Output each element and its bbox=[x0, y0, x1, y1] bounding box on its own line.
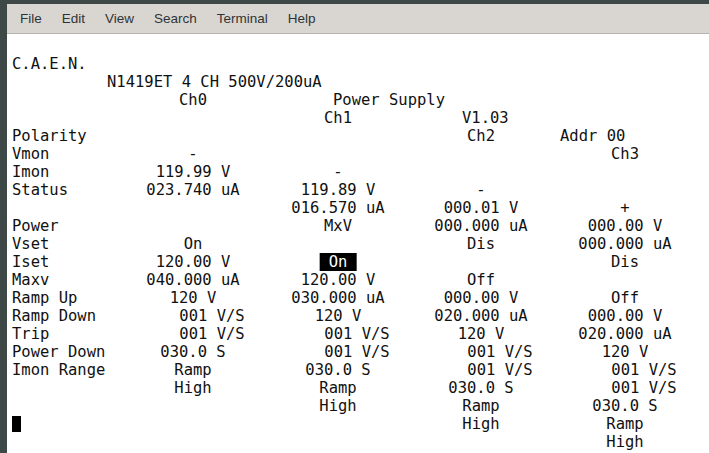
window-frame-left bbox=[0, 0, 7, 453]
row-trip: Trip 030.0 S 030.0 S 030.0 S 030.0 S bbox=[7, 307, 709, 325]
menu-search[interactable]: Search bbox=[154, 11, 197, 26]
footer-menu: Group Mode Reset Alarm Quit bbox=[7, 415, 709, 433]
row-maxv: Maxv 120 V 120 V 120 V 120 V bbox=[7, 253, 709, 271]
terminal-window: File Edit View Search Terminal Help C.A.… bbox=[0, 0, 709, 453]
row-iset: Iset 040.000 uA 030.000 uA 020.000 uA 02… bbox=[7, 235, 709, 253]
polarity-ch2: - bbox=[476, 181, 485, 199]
row-vset: Vset 120.00 V 120.00 V 000.00 V 000.00 V bbox=[7, 217, 709, 235]
terminal-content[interactable]: C.A.E.N. N1419ET 4 CH 500V/200uA Power S… bbox=[7, 34, 709, 453]
power-down-ch0: Ramp bbox=[174, 361, 211, 379]
imon-ch0: 023.740 uA bbox=[146, 181, 239, 199]
menu-file[interactable]: File bbox=[20, 11, 42, 26]
ramp-down-ch3: 001 V/S bbox=[611, 379, 676, 397]
imon-range-ch0: High bbox=[174, 379, 211, 397]
row-status: Status MxV Dis Dis bbox=[7, 163, 709, 181]
power-down-ch1: Ramp bbox=[319, 379, 356, 397]
row-power-down: Power Down Ramp Ramp Ramp Ramp bbox=[7, 325, 709, 343]
row-label: Status bbox=[12, 181, 68, 199]
menu-terminal[interactable]: Terminal bbox=[217, 11, 268, 26]
trip-ch2: 030.0 S bbox=[448, 379, 513, 397]
trip-ch3: 030.0 S bbox=[592, 397, 657, 415]
menu-help[interactable]: Help bbox=[288, 11, 316, 26]
row-imon-range: Imon Range High High High High bbox=[7, 343, 709, 361]
row-ramp-down: Ramp Down 001 V/S 001 V/S 001 V/S 001 V/… bbox=[7, 289, 709, 307]
menu-edit[interactable]: Edit bbox=[62, 11, 85, 26]
row-imon: Imon 023.740 uA 016.570 uA 000.000 uA 00… bbox=[7, 145, 709, 163]
device-header-line: C.A.E.N. N1419ET 4 CH 500V/200uA Power S… bbox=[7, 37, 709, 55]
device-product: Power Supply bbox=[333, 91, 445, 109]
channel-header-ch0: Ch0 bbox=[179, 91, 207, 109]
menu-bar: File Edit View Search Terminal Help bbox=[7, 4, 709, 34]
row-polarity: Polarity - - - + bbox=[7, 109, 709, 127]
row-vmon: Vmon 119.99 V 119.89 V 000.01 V 000.00 V bbox=[7, 127, 709, 145]
row-power: Power On On Off Off bbox=[7, 199, 709, 217]
vmon-ch1: 119.89 V bbox=[301, 181, 376, 199]
row-label: Imon Range bbox=[12, 361, 105, 379]
imon-range-ch1: High bbox=[319, 397, 356, 415]
ramp-down-ch2: 001 V/S bbox=[467, 361, 532, 379]
channel-header-row: Ch0 Ch1 Ch2 Ch3 bbox=[7, 73, 709, 91]
ramp-up-ch3: 001 V/S bbox=[611, 361, 676, 379]
cursor-block bbox=[12, 416, 21, 432]
trip-ch1: 030.0 S bbox=[305, 361, 370, 379]
device-brand: C.A.E.N. bbox=[12, 55, 87, 73]
menu-view[interactable]: View bbox=[105, 11, 134, 26]
imon-range-ch3: High bbox=[606, 433, 643, 451]
power-down-ch2: Ramp bbox=[462, 397, 499, 415]
row-ramp-up: Ramp Up 001 V/S 001 V/S 001 V/S 001 V/S bbox=[7, 271, 709, 289]
